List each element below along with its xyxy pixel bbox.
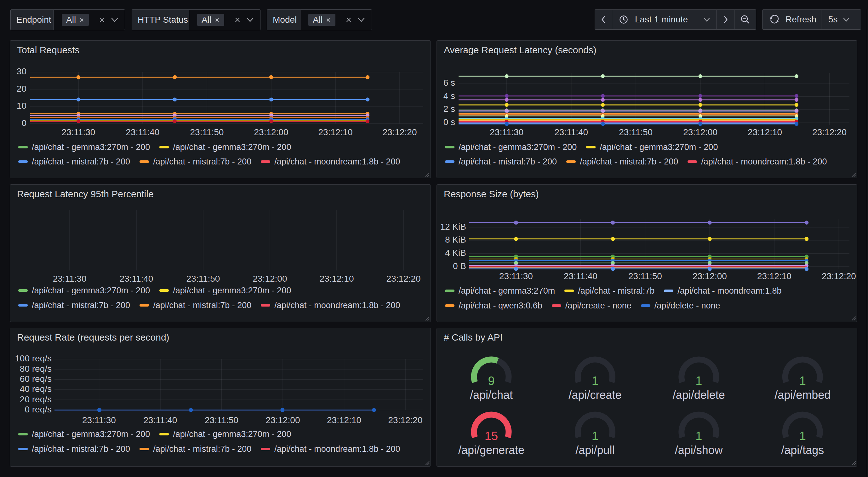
svg-text:1: 1 — [592, 374, 598, 388]
svg-text:23:12:10: 23:12:10 — [327, 415, 361, 425]
svg-text:/api/tags: /api/tags — [781, 444, 824, 456]
svg-text:23:11:40: 23:11:40 — [564, 271, 597, 281]
svg-text:23:12:20: 23:12:20 — [388, 415, 423, 425]
svg-text:23:11:50: 23:11:50 — [190, 127, 224, 137]
svg-text:4 KiB: 4 KiB — [445, 248, 466, 258]
svg-text:12 KiB: 12 KiB — [440, 222, 466, 232]
svg-text:80 req/s: 80 req/s — [20, 364, 52, 374]
svg-text:40 req/s: 40 req/s — [20, 384, 52, 394]
svg-text:23:11:30: 23:11:30 — [82, 415, 116, 425]
svg-text:23:12:20: 23:12:20 — [383, 127, 417, 137]
svg-text:2 s: 2 s — [443, 104, 455, 114]
svg-text:1: 1 — [695, 374, 702, 388]
svg-text:/api/pull: /api/pull — [576, 444, 615, 456]
svg-text:23:11:30: 23:11:30 — [62, 127, 95, 137]
svg-text:23:11:40: 23:11:40 — [554, 127, 588, 137]
svg-text:/api/create: /api/create — [568, 388, 621, 401]
svg-text:23:12:00: 23:12:00 — [683, 127, 717, 137]
svg-text:6 s: 6 s — [443, 78, 455, 88]
svg-text:23:12:00: 23:12:00 — [254, 127, 288, 137]
svg-text:20: 20 — [17, 84, 27, 94]
svg-text:23:12:20: 23:12:20 — [812, 127, 846, 137]
svg-text:60 req/s: 60 req/s — [20, 374, 52, 384]
svg-text:23:12:20: 23:12:20 — [822, 271, 856, 281]
svg-text:23:11:40: 23:11:40 — [120, 274, 153, 284]
svg-text:/api/show: /api/show — [675, 444, 723, 456]
svg-text:23:11:50: 23:11:50 — [186, 274, 220, 284]
svg-text:23:11:30: 23:11:30 — [490, 127, 523, 137]
svg-text:30: 30 — [17, 66, 27, 76]
svg-text:15: 15 — [485, 429, 498, 443]
svg-text:23:11:30: 23:11:30 — [499, 271, 533, 281]
svg-text:23:11:50: 23:11:50 — [619, 127, 653, 137]
svg-text:9: 9 — [488, 374, 494, 388]
svg-text:23:11:50: 23:11:50 — [205, 415, 239, 425]
svg-text:23:12:20: 23:12:20 — [386, 274, 421, 284]
svg-text:4 s: 4 s — [443, 91, 455, 101]
svg-text:/api/delete: /api/delete — [673, 388, 725, 401]
svg-text:23:12:00: 23:12:00 — [266, 415, 300, 425]
svg-text:23:11:30: 23:11:30 — [53, 274, 87, 284]
svg-text:23:12:10: 23:12:10 — [748, 127, 782, 137]
svg-text:23:12:10: 23:12:10 — [320, 274, 354, 284]
svg-text:10: 10 — [17, 101, 27, 111]
svg-text:20 req/s: 20 req/s — [20, 394, 52, 404]
svg-text:23:11:50: 23:11:50 — [628, 271, 662, 281]
svg-text:0: 0 — [22, 118, 27, 128]
svg-text:100 req/s: 100 req/s — [15, 354, 52, 363]
svg-text:/api/generate: /api/generate — [458, 444, 524, 456]
svg-text:/api/chat: /api/chat — [470, 388, 513, 401]
svg-text:23:12:00: 23:12:00 — [692, 271, 727, 281]
svg-text:23:11:40: 23:11:40 — [126, 127, 160, 137]
svg-text:/api/embed: /api/embed — [774, 388, 831, 401]
svg-text:1: 1 — [695, 429, 702, 443]
svg-text:23:12:00: 23:12:00 — [253, 274, 287, 284]
svg-text:0 req/s: 0 req/s — [25, 405, 52, 414]
svg-text:23:12:10: 23:12:10 — [318, 127, 353, 137]
svg-text:23:11:40: 23:11:40 — [144, 415, 177, 425]
svg-text:0 s: 0 s — [443, 117, 455, 127]
svg-text:1: 1 — [799, 429, 806, 443]
svg-text:8 KiB: 8 KiB — [445, 235, 466, 244]
svg-text:1: 1 — [592, 429, 598, 443]
svg-text:23:12:10: 23:12:10 — [757, 271, 792, 281]
svg-text:0 B: 0 B — [453, 261, 466, 271]
svg-text:1: 1 — [799, 374, 806, 388]
